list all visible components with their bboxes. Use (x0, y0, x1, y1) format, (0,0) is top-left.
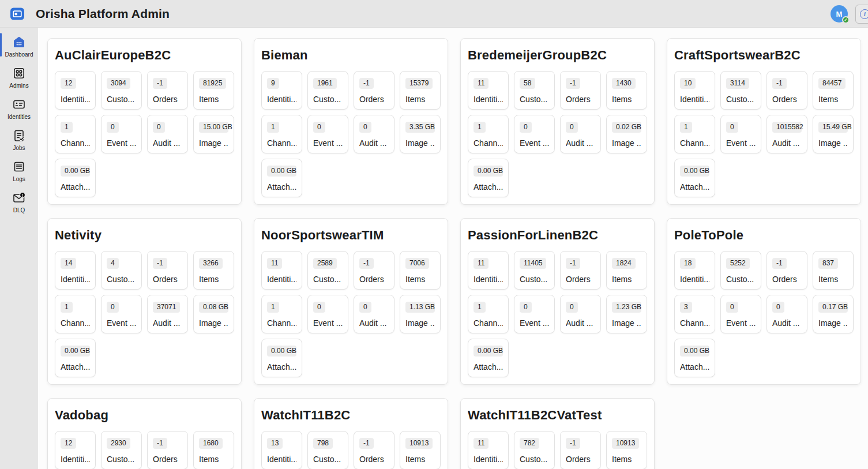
stat-tile[interactable]: 15379Items (400, 71, 441, 110)
sidebar-item-dashboard[interactable]: Dashboard (0, 31, 38, 61)
stat-tile[interactable]: -1Orders (147, 431, 188, 469)
stat-tile[interactable]: -1Orders (354, 251, 394, 290)
stat-tile[interactable]: 0Event ... (720, 295, 761, 333)
stat-tile[interactable]: 9Identiti... (261, 71, 302, 110)
stat-tile[interactable]: 0Event ... (514, 115, 555, 153)
stat-value: 1 (61, 122, 73, 133)
stat-tile[interactable]: -1Orders (766, 71, 807, 110)
stat-tile[interactable]: 10913Items (606, 431, 647, 469)
stat-tile[interactable]: 0Event ... (101, 295, 142, 333)
stat-label: Attach... (61, 182, 90, 192)
stat-tile[interactable]: 0.08 GBImage ... (193, 295, 234, 333)
stat-tile[interactable]: 0Audit ... (560, 295, 601, 333)
stat-tile[interactable]: 58Custo... (514, 71, 555, 110)
stat-tile[interactable]: 1430Items (606, 71, 647, 110)
grid-icon (12, 66, 26, 80)
stat-tile[interactable]: 0Audit ... (766, 295, 807, 333)
stat-tile[interactable]: 1961Custo... (307, 71, 348, 110)
stat-tile[interactable]: 14Identiti... (55, 251, 96, 290)
stat-value: -1 (566, 438, 580, 449)
stat-tile[interactable]: 15.49 GBImage ... (813, 115, 854, 153)
avatar[interactable]: M ✓ (831, 5, 848, 22)
stat-tile[interactable]: -1Orders (766, 251, 807, 290)
stat-tile[interactable]: 7006Items (400, 251, 441, 290)
stat-tile[interactable]: 0Audit ... (354, 295, 394, 333)
stat-tile[interactable]: 0.00 GBAttach... (468, 159, 509, 197)
stat-tile[interactable]: 0Audit ... (354, 115, 394, 153)
stat-tile[interactable]: 0.00 GBAttach... (261, 339, 302, 377)
stat-tile[interactable]: 13Identiti... (261, 431, 302, 469)
stat-tile[interactable]: 1Chann... (261, 295, 302, 333)
stat-tile[interactable]: 84457Items (813, 71, 854, 110)
stat-tile[interactable]: 10Identiti... (674, 71, 715, 110)
sidebar-item-admins[interactable]: Admins (0, 62, 38, 92)
stat-tile[interactable]: 837Items (813, 251, 854, 290)
stat-value: 1824 (612, 258, 636, 269)
stat-tile[interactable]: 0Event ... (720, 115, 761, 153)
sidebar-item-logs[interactable]: Logs (0, 156, 38, 186)
stat-tile[interactable]: 3.35 GBImage ... (400, 115, 441, 153)
stat-tile[interactable]: -1Orders (147, 251, 188, 290)
stat-tile[interactable]: 0Event ... (307, 295, 348, 333)
stat-tile[interactable]: 1Chann... (468, 115, 509, 153)
stat-tile[interactable]: 11405Custo... (514, 251, 555, 290)
stat-tile[interactable]: 3266Items (193, 251, 234, 290)
stat-tile[interactable]: 1015582Audit ... (766, 115, 807, 153)
sidebar-item-identities[interactable]: Identities (0, 93, 38, 123)
stat-tile[interactable]: -1Orders (560, 71, 601, 110)
stat-tile[interactable]: 1Chann... (55, 295, 96, 333)
stat-tile[interactable]: 2589Custo... (307, 251, 348, 290)
stat-tile[interactable]: 1.13 GBImage ... (400, 295, 441, 333)
stat-tile[interactable]: 0.00 GBAttach... (674, 159, 715, 197)
stat-tile[interactable]: 1Chann... (674, 115, 715, 153)
stat-tile[interactable]: 3114Custo... (720, 71, 761, 110)
stat-tile[interactable]: 1680Items (193, 431, 234, 469)
stat-tile[interactable]: 15.00 GBImage ... (193, 115, 234, 153)
stat-tile[interactable]: 12Identiti... (55, 71, 96, 110)
stat-tile[interactable]: 0Event ... (307, 115, 348, 153)
stat-tile[interactable]: 0.00 GBAttach... (261, 159, 302, 197)
stat-tile[interactable]: 0.02 GBImage ... (606, 115, 647, 153)
tenant-name: AuClairEuropeB2C (55, 48, 234, 63)
stat-tile[interactable]: 4Custo... (101, 251, 142, 290)
stat-tile[interactable]: 10913Items (400, 431, 441, 469)
stat-value: 15.00 GB (199, 122, 228, 133)
stat-tile[interactable]: 0Audit ... (560, 115, 601, 153)
sidebar-item-jobs[interactable]: Jobs (0, 125, 38, 155)
stat-tile[interactable]: -1Orders (560, 431, 601, 469)
stat-tile[interactable]: 1.23 GBImage ... (606, 295, 647, 333)
stat-tile[interactable]: 0.00 GBAttach... (55, 159, 96, 197)
stat-tile[interactable]: 2930Custo... (101, 431, 142, 469)
stat-tile[interactable]: 0.00 GBAttach... (55, 339, 96, 377)
stat-tile[interactable]: 3Chann... (674, 295, 715, 333)
stat-tile[interactable]: 11Identiti... (261, 251, 302, 290)
stat-tile[interactable]: 1Chann... (468, 295, 509, 333)
stat-tile[interactable]: 11Identiti... (468, 71, 509, 110)
stat-tile[interactable]: 1Chann... (55, 115, 96, 153)
stat-tile[interactable]: 11Identiti... (468, 251, 509, 290)
stat-tile[interactable]: 0.17 GBImage ... (813, 295, 854, 333)
stat-tile[interactable]: 5252Custo... (720, 251, 761, 290)
stat-tile[interactable]: 0Event ... (101, 115, 142, 153)
stat-tile[interactable]: 3094Custo... (101, 71, 142, 110)
info-button[interactable]: i (855, 5, 868, 24)
stat-tile[interactable]: 1824Items (606, 251, 647, 290)
stat-tile[interactable]: 798Custo... (307, 431, 348, 469)
stat-tile[interactable]: -1Orders (560, 251, 601, 290)
stat-tile[interactable]: 782Custo... (514, 431, 555, 469)
stat-tile[interactable]: 18Identiti... (674, 251, 715, 290)
stat-tile[interactable]: -1Orders (147, 71, 188, 110)
stat-tile[interactable]: 0Event ... (514, 295, 555, 333)
stat-tile[interactable]: 1Chann... (261, 115, 302, 153)
stat-tile[interactable]: 11Identiti... (468, 431, 509, 469)
stat-tile[interactable]: 81925Items (193, 71, 234, 110)
stat-tile[interactable]: 12Identiti... (55, 431, 96, 469)
stat-label: Audit ... (772, 138, 802, 148)
sidebar-item-dlq[interactable]: !DLQ (0, 187, 38, 217)
stat-tile[interactable]: -1Orders (354, 431, 394, 469)
stat-tile[interactable]: 0.00 GBAttach... (468, 339, 509, 377)
stat-tile[interactable]: 0Audit ... (147, 115, 188, 153)
stat-tile[interactable]: -1Orders (354, 71, 394, 110)
stat-tile[interactable]: 37071Audit ... (147, 295, 188, 333)
stat-tile[interactable]: 0.00 GBAttach... (674, 339, 715, 377)
